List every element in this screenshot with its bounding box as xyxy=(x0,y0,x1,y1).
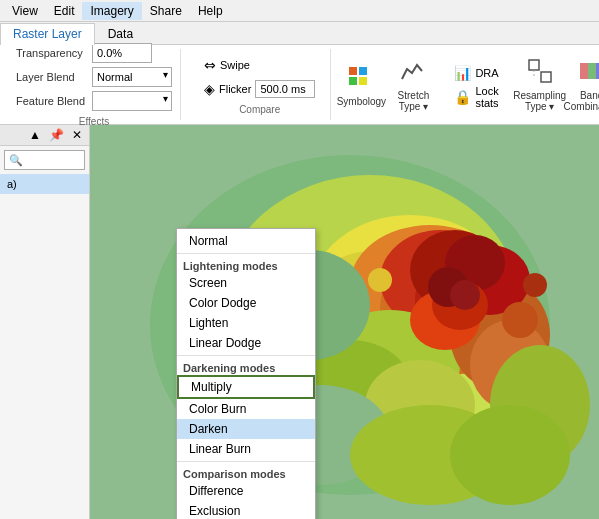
map-canvas xyxy=(90,125,599,519)
symbology-icon xyxy=(347,63,375,94)
flicker-button[interactable]: ◈ Flicker xyxy=(197,78,322,100)
dropdown-item-color-burn[interactable]: Color Burn xyxy=(177,399,315,419)
transparency-label: Transparency xyxy=(16,47,88,59)
svg-point-35 xyxy=(368,268,392,292)
swipe-button[interactable]: ⇔ Swipe xyxy=(197,54,257,76)
panel-layer-item[interactable]: a) xyxy=(0,174,89,194)
lock-stats-button[interactable]: 🔒 Lock stats xyxy=(447,86,505,108)
collapse-button[interactable]: ▲ xyxy=(26,127,44,143)
dropdown-item-difference[interactable]: Difference xyxy=(177,481,315,501)
stretch-label: StretchType ▾ xyxy=(398,90,430,112)
dropdown-divider xyxy=(177,355,315,356)
layer-blend-row: Layer Blend Normal xyxy=(16,66,172,88)
panel-layer-label: a) xyxy=(7,178,17,190)
svg-point-39 xyxy=(450,405,570,505)
symbology-label: Symbology xyxy=(337,96,386,107)
svg-rect-4 xyxy=(529,60,539,70)
flicker-input[interactable] xyxy=(255,80,315,98)
pin-button[interactable]: 📌 xyxy=(46,127,67,143)
feature-blend-label: Feature Blend xyxy=(16,95,88,107)
stretch-icon xyxy=(399,57,427,88)
map-area[interactable]: NormalLightening modesScreenColor DodgeL… xyxy=(90,125,599,519)
blend-mode-dropdown: NormalLightening modesScreenColor DodgeL… xyxy=(176,228,316,519)
dropdown-item-normal[interactable]: Normal xyxy=(177,231,315,251)
svg-rect-3 xyxy=(359,77,367,85)
dra-label: DRA xyxy=(475,67,498,79)
svg-point-37 xyxy=(523,273,547,297)
swipe-icon: ⇔ xyxy=(204,58,216,72)
effects-controls: Transparency Layer Blend Normal Feature … xyxy=(16,42,172,112)
menu-bar: View Edit Imagery Share Help xyxy=(0,0,599,22)
swipe-label: Swipe xyxy=(220,59,250,71)
lock-icon: 🔒 xyxy=(454,90,471,104)
panel-toolbar: ▲ 📌 ✕ xyxy=(0,125,89,146)
dropdown-item-exclusion[interactable]: Exclusion xyxy=(177,501,315,519)
layer-blend-select[interactable]: Normal xyxy=(92,67,172,87)
ribbon-group-effects: Transparency Layer Blend Normal Feature … xyxy=(8,49,181,120)
dropdown-item-darken[interactable]: Darken xyxy=(177,419,315,439)
svg-rect-0 xyxy=(349,67,357,75)
layer-blend-select-wrapper: Normal xyxy=(92,67,172,87)
dropdown-item-lighten[interactable]: Lighten xyxy=(177,313,315,333)
menu-help[interactable]: Help xyxy=(190,2,231,20)
main-area: ▲ 📌 ✕ a) xyxy=(0,125,599,519)
dropdown-item-screen[interactable]: Screen xyxy=(177,273,315,293)
menu-share[interactable]: Share xyxy=(142,2,190,20)
feature-blend-select-wrapper xyxy=(92,91,172,111)
lock-stats-label: Lock stats xyxy=(475,85,498,109)
close-button[interactable]: ✕ xyxy=(69,127,85,143)
dra-button[interactable]: 📊 DRA xyxy=(447,62,505,84)
ribbon-group-compare: ⇔ Swipe ◈ Flicker Compare xyxy=(189,49,331,120)
ribbon-content: Transparency Layer Blend Normal Feature … xyxy=(0,44,599,124)
svg-rect-7 xyxy=(580,63,588,79)
left-panel: ▲ 📌 ✕ a) xyxy=(0,125,90,519)
svg-point-34 xyxy=(450,280,480,310)
dropdown-section-label: Lightening modes xyxy=(177,256,315,273)
panel-search-area xyxy=(0,146,89,174)
stretch-type-button[interactable]: StretchType ▾ xyxy=(391,55,435,115)
dropdown-item-multiply[interactable]: Multiply xyxy=(177,375,315,399)
feature-blend-select[interactable] xyxy=(92,91,172,111)
tab-data[interactable]: Data xyxy=(95,23,146,45)
panel-search-input[interactable] xyxy=(4,150,85,170)
dropdown-section-label: Darkening modes xyxy=(177,358,315,375)
transparency-input[interactable] xyxy=(92,43,152,63)
dropdown-divider xyxy=(177,461,315,462)
band-combination-icon xyxy=(578,57,599,88)
transparency-row: Transparency xyxy=(16,42,172,64)
ribbon-tab-bar: Raster Layer Data xyxy=(0,22,599,44)
svg-rect-8 xyxy=(588,63,596,79)
menu-imagery[interactable]: Imagery xyxy=(82,2,141,20)
dropdown-divider xyxy=(177,253,315,254)
svg-rect-2 xyxy=(349,77,357,85)
ribbon: Raster Layer Data Transparency Layer Ble… xyxy=(0,22,599,125)
dropdown-item-linear-burn[interactable]: Linear Burn xyxy=(177,439,315,459)
dropdown-section-label: Comparison modes xyxy=(177,464,315,481)
menu-edit[interactable]: Edit xyxy=(46,2,83,20)
resampling-button[interactable]: ResamplingType ▾ xyxy=(518,55,562,115)
feature-blend-row: Feature Blend xyxy=(16,90,172,112)
band-combination-button[interactable]: BandCombination xyxy=(570,55,599,115)
svg-rect-1 xyxy=(359,67,367,75)
tab-raster-layer[interactable]: Raster Layer xyxy=(0,23,95,45)
svg-rect-5 xyxy=(541,72,551,82)
menu-view[interactable]: View xyxy=(4,2,46,20)
symbology-button[interactable]: Symbology xyxy=(339,55,383,115)
flicker-label: Flicker xyxy=(219,83,251,95)
dra-icon: 📊 xyxy=(454,66,471,80)
band-combination-label: BandCombination xyxy=(564,90,599,112)
svg-rect-9 xyxy=(596,63,599,79)
resampling-icon xyxy=(526,57,554,88)
resampling-label: ResamplingType ▾ xyxy=(513,90,566,112)
layer-blend-label: Layer Blend xyxy=(16,71,88,83)
compare-group-label: Compare xyxy=(239,104,280,115)
dropdown-item-linear-dodge[interactable]: Linear Dodge xyxy=(177,333,315,353)
svg-point-36 xyxy=(502,302,538,338)
dropdown-item-color-dodge[interactable]: Color Dodge xyxy=(177,293,315,313)
flicker-icon: ◈ xyxy=(204,82,215,96)
